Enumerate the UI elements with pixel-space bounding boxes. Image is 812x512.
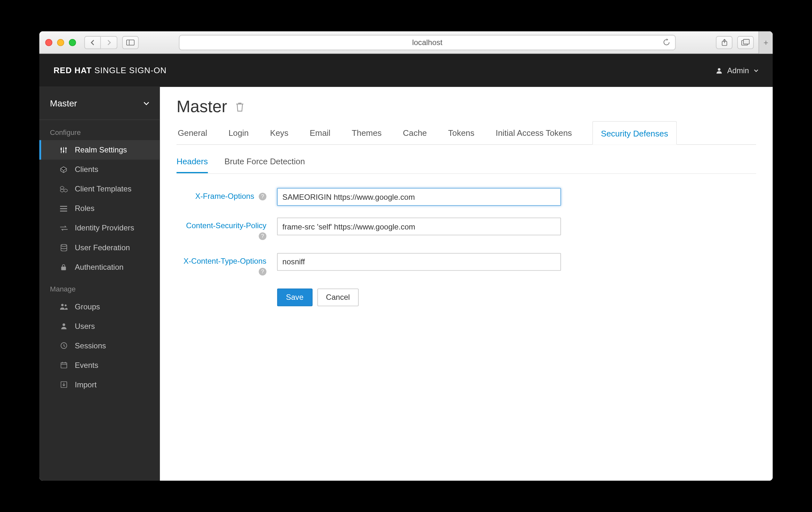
svg-point-5 (718, 68, 721, 70)
sidebar-item-label: Authentication (75, 262, 123, 271)
user-icon (716, 67, 723, 73)
subtab-brute-force[interactable]: Brute Force Detection (225, 153, 305, 173)
user-menu[interactable]: Admin (716, 66, 759, 75)
cube-icon (59, 166, 68, 173)
sidebar-item-label: Groups (75, 302, 100, 311)
sidebar-item-import[interactable]: Import (39, 375, 160, 394)
sidebar-toggle-icon[interactable] (122, 36, 139, 49)
sidebar-item-client-templates[interactable]: Client Templates (39, 179, 160, 199)
chevron-down-icon (754, 69, 759, 71)
help-icon[interactable]: ? (259, 268, 266, 275)
lock-icon (59, 263, 68, 270)
sidebar-item-roles[interactable]: Roles (39, 199, 160, 218)
cancel-button[interactable]: Cancel (317, 288, 359, 306)
content: Master General Login Keys Email Themes C… (160, 87, 773, 481)
label-text: X-Frame-Options (195, 191, 254, 201)
sidebar-item-label: Roles (75, 204, 95, 213)
tab-initial-access-tokens[interactable]: Initial Access Tokens (495, 121, 573, 144)
database-icon (59, 244, 68, 251)
minimize-window-icon[interactable] (57, 39, 64, 46)
realm-name: Master (50, 98, 77, 108)
page-title-row: Master (176, 97, 756, 116)
chevron-down-icon (144, 101, 150, 105)
close-window-icon[interactable] (46, 39, 52, 46)
nav-back-forward (84, 36, 118, 49)
section-manage: Manage (39, 277, 160, 297)
sidebar-item-label: Events (75, 361, 98, 369)
page-title: Master (176, 97, 227, 116)
trash-icon[interactable] (235, 102, 243, 112)
app-header: RED HAT SINGLE SIGN-ON Admin (39, 54, 773, 87)
sidebar-item-realm-settings[interactable]: Realm Settings (39, 140, 160, 159)
sidebar-item-label: Client Templates (75, 184, 132, 193)
svg-rect-15 (61, 363, 67, 368)
svg-point-11 (61, 304, 63, 306)
sidebar-item-label: Realm Settings (75, 145, 127, 154)
svg-point-13 (62, 324, 65, 326)
back-button[interactable] (84, 36, 101, 49)
sidebar: Master Configure Realm Settings Clients (39, 87, 160, 481)
input-csp[interactable] (277, 218, 561, 236)
row-csp: Content-Security-Policy ? (176, 218, 626, 241)
sidebar-item-sessions[interactable]: Sessions (39, 336, 160, 355)
window-controls (46, 39, 76, 46)
tab-keys[interactable]: Keys (269, 121, 290, 144)
sidebar-item-authentication[interactable]: Authentication (39, 257, 160, 277)
sidebar-item-groups[interactable]: Groups (39, 297, 160, 317)
help-icon[interactable]: ? (259, 193, 266, 201)
app-root: RED HAT SINGLE SIGN-ON Admin Master Conf… (39, 54, 773, 481)
tab-cache[interactable]: Cache (402, 121, 428, 144)
sidebar-item-label: Sessions (75, 341, 106, 350)
input-x-frame-options[interactable] (277, 188, 561, 206)
reload-icon[interactable] (663, 38, 670, 46)
svg-point-8 (65, 147, 67, 149)
row-xcto: X-Content-Type-Options ? (176, 253, 626, 276)
address-bar[interactable]: localhost (179, 34, 676, 50)
svg-rect-0 (126, 40, 134, 45)
sidebar-item-label: Import (75, 380, 96, 389)
tab-security-defenses[interactable]: Security Defenses (592, 121, 677, 145)
form-actions: Save Cancel (277, 288, 626, 306)
help-icon[interactable]: ? (259, 232, 266, 240)
sidebar-item-identity-providers[interactable]: Identity Providers (39, 218, 160, 238)
share-icon[interactable] (716, 36, 732, 49)
tab-themes[interactable]: Themes (351, 121, 383, 144)
toolbar-right (716, 36, 754, 49)
tab-login[interactable]: Login (227, 121, 250, 144)
user-name: Admin (727, 66, 749, 75)
svg-point-12 (64, 305, 66, 306)
label-text: Content-Security-Policy (186, 221, 266, 230)
cubes-icon (59, 185, 68, 192)
label-text: X-Content-Type-Options (183, 256, 266, 265)
address-text: localhost (412, 38, 442, 47)
list-icon (59, 206, 68, 212)
tab-general[interactable]: General (176, 121, 208, 144)
tab-email[interactable]: Email (309, 121, 331, 144)
section-configure: Configure (39, 120, 160, 140)
svg-point-9 (61, 244, 67, 246)
group-icon (59, 303, 68, 310)
svg-point-6 (60, 148, 62, 150)
sidebar-item-user-federation[interactable]: User Federation (39, 238, 160, 257)
calendar-icon (59, 362, 68, 368)
brand-bold: RED HAT (53, 65, 92, 75)
subtab-headers[interactable]: Headers (176, 153, 208, 173)
new-tab-button[interactable]: + (759, 31, 773, 53)
forward-button[interactable] (101, 36, 117, 49)
label-xcto: X-Content-Type-Options ? (176, 253, 277, 276)
sidebar-item-events[interactable]: Events (39, 355, 160, 375)
tabs-icon[interactable] (737, 36, 754, 49)
sidebar-item-clients[interactable]: Clients (39, 159, 160, 179)
zoom-window-icon[interactable] (69, 39, 76, 46)
svg-point-7 (63, 150, 64, 152)
tab-tokens[interactable]: Tokens (447, 121, 475, 144)
brand-thin: SINGLE SIGN-ON (94, 65, 167, 75)
sidebar-item-label: Clients (75, 165, 98, 174)
input-xcto[interactable] (277, 253, 561, 271)
realm-selector[interactable]: Master (39, 87, 160, 120)
sliders-icon (59, 146, 68, 153)
sidebar-item-users[interactable]: Users (39, 317, 160, 336)
brand: RED HAT SINGLE SIGN-ON (53, 65, 167, 75)
save-button[interactable]: Save (277, 288, 312, 306)
row-x-frame-options: X-Frame-Options ? (176, 188, 626, 206)
